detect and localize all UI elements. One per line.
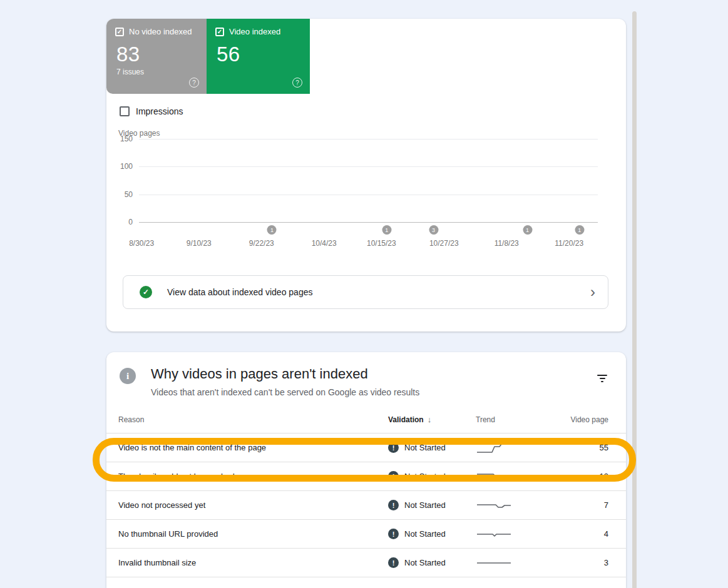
search-console-video-indexing-page: ✓ No video indexed 83 7 issues ? ✓ Video…	[0, 0, 728, 588]
metric-label: No video indexed	[129, 27, 192, 36]
validation-status: ! Not Started	[388, 442, 476, 453]
y-axis-title: Video pages	[118, 129, 626, 138]
impressions-checkbox[interactable]	[120, 106, 130, 116]
reason-label: Video not processed yet	[118, 500, 388, 510]
view-indexed-data-banner[interactable]: ✓ View data about indexed video pages ›	[123, 275, 608, 309]
help-icon[interactable]: ?	[292, 78, 302, 88]
validation-label: Not Started	[404, 443, 446, 452]
annotation-markers: 11311	[139, 225, 598, 239]
info-icon: i	[120, 368, 136, 384]
metric-value: 56	[217, 43, 301, 66]
error-exclamation-icon: !	[388, 500, 399, 510]
y-tick-label: 150	[120, 134, 133, 143]
validation-label: Not Started	[404, 500, 446, 510]
reason-label: Video is not the main content of the pag…	[118, 443, 388, 452]
metric-label: Video indexed	[229, 27, 280, 36]
metric-value: 83	[116, 43, 198, 66]
table-row[interactable]: Video not processed yet ! Not Started 7	[106, 491, 626, 520]
validation-status: ! Not Started	[388, 557, 476, 568]
video-indexing-chart-card: ✓ No video indexed 83 7 issues ? ✓ Video…	[106, 19, 626, 332]
y-tick-label: 50	[125, 190, 133, 199]
x-axis-labels: 8/30/239/10/239/22/2310/4/2310/15/2310/2…	[139, 239, 598, 249]
video-page-count: 13	[570, 472, 608, 481]
y-tick-label: 100	[120, 162, 133, 171]
video-page-count: 3	[570, 558, 608, 567]
annotation-marker[interactable]: 3	[429, 225, 438, 235]
annotation-marker[interactable]: 1	[523, 225, 532, 235]
error-exclamation-icon: !	[388, 529, 399, 539]
metric-issues-count: 7 issues	[116, 68, 198, 76]
table-row[interactable]: Video is not the main content of the pag…	[106, 433, 626, 462]
reasons-table-body: Video is not the main content of the pag…	[106, 433, 626, 577]
impressions-toggle: Impressions	[120, 106, 626, 116]
x-tick-label: 11/20/23	[555, 239, 583, 248]
validation-label: Not Started	[404, 472, 446, 481]
error-exclamation-icon: !	[388, 471, 399, 482]
table-row[interactable]: Invalid thumbnail size ! Not Started 3	[106, 549, 626, 577]
reason-label: No thumbnail URL provided	[118, 529, 388, 539]
gridline-0: 0	[139, 222, 598, 223]
trend-sparkline	[476, 440, 570, 456]
card-subtitle: Videos that aren't indexed can't be serv…	[151, 387, 595, 397]
trend-sparkline	[476, 469, 570, 485]
trend-sparkline	[476, 555, 570, 571]
column-video-page[interactable]: Video page	[570, 415, 608, 424]
trend-sparkline	[476, 497, 570, 514]
checkbox-no-video-indexed[interactable]: ✓	[115, 28, 124, 36]
page-scrollbar[interactable]	[632, 11, 637, 588]
video-page-count: 4	[570, 529, 608, 539]
metric-card-video-indexed[interactable]: ✓ Video indexed 56 ?	[207, 19, 310, 94]
column-reason[interactable]: Reason	[118, 415, 388, 424]
stacked-bar-chart: 150100500	[139, 139, 598, 222]
filter-icon[interactable]	[595, 371, 610, 386]
x-tick-label: 9/22/23	[249, 239, 274, 248]
video-page-count: 7	[570, 500, 608, 510]
validation-label: Not Started	[404, 529, 446, 539]
card-title: Why videos in pages aren't indexed	[151, 366, 595, 382]
annotation-marker[interactable]: 1	[575, 225, 584, 235]
metric-card-no-video-indexed[interactable]: ✓ No video indexed 83 7 issues ?	[106, 19, 207, 94]
video-page-count: 55	[570, 443, 608, 452]
x-tick-label: 10/15/23	[367, 239, 396, 248]
validation-status: ! Not Started	[388, 500, 476, 510]
bar-series	[140, 139, 598, 222]
help-icon[interactable]: ?	[189, 78, 199, 88]
table-row[interactable]: Thumbnail could not be reached ! Not Sta…	[106, 462, 626, 491]
trend-sparkline	[476, 526, 570, 542]
table-header: Reason Validation↓ Trend Video page	[106, 406, 626, 433]
y-tick-label: 0	[128, 218, 133, 226]
chevron-right-icon: ›	[590, 285, 595, 300]
column-validation[interactable]: Validation↓	[388, 415, 476, 424]
x-tick-label: 9/10/23	[187, 239, 212, 248]
x-tick-label: 8/30/23	[129, 239, 154, 248]
annotation-marker[interactable]: 1	[382, 225, 391, 235]
why-not-indexed-card: i Why videos in pages aren't indexed Vid…	[106, 352, 626, 588]
reason-label: Thumbnail could not be reached	[118, 472, 388, 481]
error-exclamation-icon: !	[388, 557, 399, 568]
metric-cards: ✓ No video indexed 83 7 issues ? ✓ Video…	[106, 19, 626, 94]
annotation-marker[interactable]: 1	[267, 225, 277, 235]
sort-desc-icon: ↓	[428, 415, 432, 424]
success-check-icon: ✓	[140, 286, 152, 298]
impressions-label: Impressions	[136, 106, 183, 116]
reason-label: Invalid thumbnail size	[118, 558, 388, 567]
x-tick-label: 10/4/23	[312, 239, 337, 248]
validation-status: ! Not Started	[388, 471, 476, 482]
x-tick-label: 10/27/23	[429, 239, 459, 248]
validation-status: ! Not Started	[388, 529, 476, 539]
x-tick-label: 11/8/23	[495, 239, 519, 248]
error-exclamation-icon: !	[388, 442, 399, 453]
table-row[interactable]: No thumbnail URL provided ! Not Started …	[106, 520, 626, 549]
validation-label: Not Started	[404, 558, 446, 567]
table-card-header: i Why videos in pages aren't indexed Vid…	[106, 352, 626, 406]
column-trend[interactable]: Trend	[476, 415, 570, 424]
banner-label: View data about indexed video pages	[167, 287, 590, 297]
checkbox-video-indexed[interactable]: ✓	[215, 28, 224, 36]
